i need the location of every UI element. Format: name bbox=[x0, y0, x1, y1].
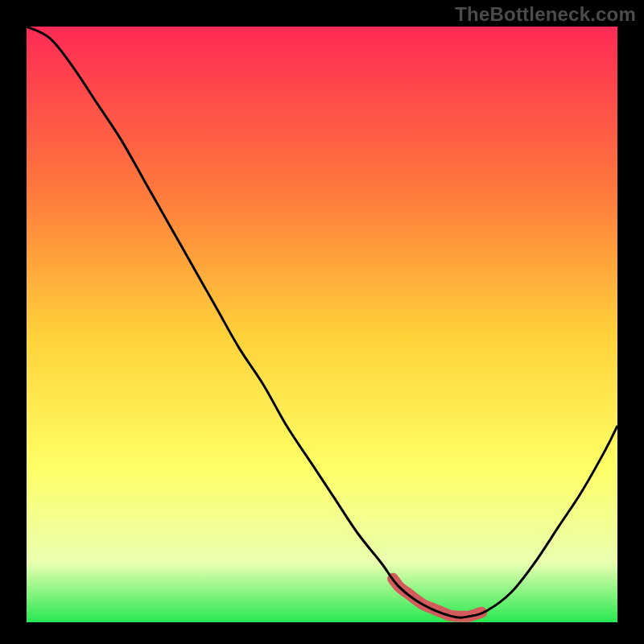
chart-stage: TheBottleneck.com bbox=[0, 0, 644, 644]
bottleneck-chart bbox=[0, 0, 644, 644]
watermark-text: TheBottleneck.com bbox=[455, 3, 636, 26]
gradient-background bbox=[27, 27, 617, 622]
